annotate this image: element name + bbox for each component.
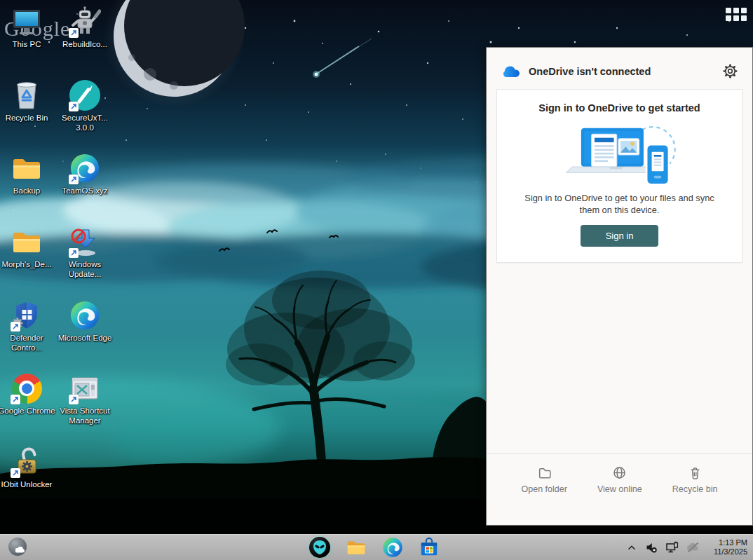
- apps-grid-icon[interactable]: [726, 8, 747, 21]
- desktop-icon-microsoft-edge[interactable]: Microsoft Edge: [55, 299, 114, 343]
- globe-icon: [612, 465, 627, 480]
- gear-icon: [722, 63, 738, 79]
- microsoft-store-button[interactable]: [419, 537, 440, 558]
- taskbar: 1:13 PM 11/3/2025: [0, 534, 753, 560]
- shortcut-arrow-icon: [69, 102, 79, 111]
- shortcut-arrow-icon: [11, 395, 20, 404]
- sign-in-button[interactable]: Sign in: [581, 225, 659, 247]
- desktop-icon-iobit-unlocker[interactable]: IObit Unlocker: [0, 446, 56, 490]
- desktop-icon-backup[interactable]: Backup: [0, 152, 56, 196]
- signin-heading: Sign in to OneDrive to get started: [538, 102, 700, 114]
- desktop-icon-rebuildicons[interactable]: RebuildIco...: [55, 6, 114, 50]
- taskbar-center-icons: [309, 536, 440, 559]
- recycle-bin-icon: [11, 79, 43, 111]
- cloud-orb-button[interactable]: [8, 538, 27, 556]
- volume-muted-icon[interactable]: [645, 541, 658, 554]
- shortcut-arrow-icon: [11, 468, 20, 478]
- trash-icon: [688, 465, 703, 480]
- alienware-start-button[interactable]: [309, 537, 330, 558]
- settings-gear-button[interactable]: [722, 63, 738, 79]
- shortcut-arrow-icon: [69, 28, 79, 38]
- file-explorer-button[interactable]: [346, 537, 367, 558]
- monitor-icon: [11, 6, 43, 38]
- edge-taskbar-button[interactable]: [382, 537, 403, 558]
- folder-icon: [11, 152, 43, 184]
- desktop-icon-google-chrome[interactable]: Google Chrome: [0, 372, 56, 416]
- open-folder-action[interactable]: Open folder: [522, 465, 567, 494]
- desktop-icon-teamos[interactable]: TeamOS.xyz: [55, 152, 114, 196]
- desktop-icon-morphs[interactable]: Morph's_De...: [0, 226, 56, 270]
- devices-sync-illustration: [545, 119, 694, 191]
- onedrive-panel-title: OneDrive isn't connected: [529, 66, 714, 77]
- desktop-icon-this-pc[interactable]: This PC: [0, 6, 56, 50]
- onedrive-header: OneDrive isn't connected: [487, 48, 752, 89]
- system-tray: 1:13 PM 11/3/2025: [626, 534, 747, 560]
- shortcut-arrow-icon: [69, 175, 79, 184]
- shortcut-arrow-icon: [69, 248, 79, 258]
- desktop-icon-defender-control[interactable]: Defender Contro...: [0, 299, 56, 353]
- alien-head-icon: [313, 540, 327, 555]
- recycle-bin-action[interactable]: Recycle bin: [672, 465, 718, 494]
- onedrive-cloud-icon: [501, 64, 520, 78]
- desktop-icon-secureuxtheme[interactable]: SecureUxT... 3.0.0: [55, 79, 114, 132]
- shortcut-arrow-icon: [69, 395, 79, 404]
- edge-icon: [69, 300, 100, 331]
- folder-icon: [11, 226, 43, 258]
- tray-chevron-up[interactable]: [626, 542, 637, 552]
- desktop-icon-windows-update-blocker[interactable]: Windows Update...: [55, 226, 114, 279]
- signin-body-text: Sign in to OneDrive to get to your files…: [497, 192, 742, 216]
- onedrive-flyout: OneDrive isn't connected Sign in to OneD…: [486, 47, 753, 526]
- folder-outline-icon: [537, 465, 552, 480]
- view-online-action[interactable]: View online: [597, 465, 642, 494]
- signin-card: Sign in to OneDrive to get started: [496, 89, 742, 263]
- cloud-icon: [15, 547, 25, 553]
- shortcut-arrow-icon: [11, 322, 20, 332]
- desktop-icon-recycle-bin[interactable]: Recycle Bin: [0, 79, 56, 123]
- tray-clock[interactable]: 1:13 PM 11/3/2025: [708, 538, 747, 556]
- tray-time: 1:13 PM: [719, 538, 747, 547]
- onedrive-footer: Open folder View online Recycle bin: [487, 453, 752, 525]
- tray-date: 11/3/2025: [714, 547, 747, 556]
- onedrive-disconnected-tray-icon[interactable]: [686, 541, 700, 553]
- network-icon[interactable]: [665, 541, 679, 554]
- desktop-icon-vista-shortcut-manager[interactable]: Vista Shortcut Manager: [55, 372, 114, 425]
